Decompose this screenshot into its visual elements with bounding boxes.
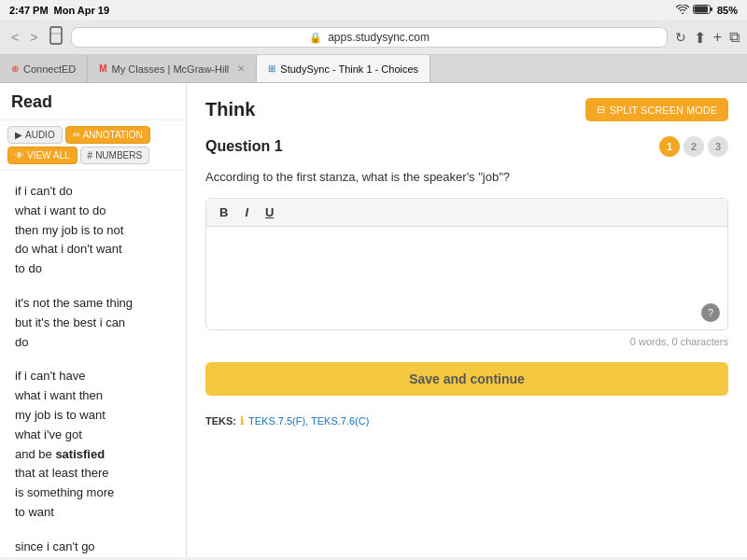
poem-line: but it's the best i can: [15, 314, 171, 333]
poem-line: that at least there: [15, 464, 171, 483]
poem-line: to want: [15, 503, 171, 523]
svg-rect-1: [710, 7, 712, 11]
svg-rect-2: [694, 7, 708, 13]
eye-icon: 👁: [15, 150, 24, 161]
numbers-icon: #: [88, 150, 93, 161]
poem-line: do what i don't want: [15, 240, 171, 259]
audio-icon: ▶: [15, 130, 22, 140]
tab-label-connected: ConnectED: [23, 63, 76, 75]
bookmark-button[interactable]: [49, 26, 63, 49]
reload-button[interactable]: ↻: [675, 30, 686, 45]
question-label: Question 1: [205, 138, 283, 155]
left-header: Read: [0, 83, 186, 120]
tab-close-mcgrawhill[interactable]: ✕: [237, 63, 245, 74]
browser-chrome: < > 🔒 apps.studysync.com ↻ ⬆ + ⧉: [0, 21, 747, 55]
word-count: 0 words, 0 characters: [205, 336, 728, 347]
question-num-1[interactable]: 1: [659, 136, 680, 157]
bold-button[interactable]: B: [216, 204, 232, 220]
poem-stanza-2: it's not the same thing but it's the bes…: [15, 294, 171, 352]
pencil-icon: ✏: [73, 130, 80, 140]
question-num-2[interactable]: 2: [684, 136, 704, 157]
time: 2:47 PM: [9, 5, 49, 16]
poem-line: is something more: [15, 483, 171, 503]
forward-button[interactable]: >: [26, 28, 41, 47]
read-title: Read: [11, 92, 175, 112]
address-bar[interactable]: 🔒 apps.studysync.com: [71, 27, 667, 48]
right-panel: Think ⊟ SPLIT SCREEN MODE Question 1 1 2…: [187, 83, 747, 557]
tabs-button[interactable]: ⧉: [729, 29, 740, 47]
browser-actions: ⬆ + ⧉: [694, 29, 740, 47]
poem-line: then my job is to not: [15, 221, 171, 241]
poem-line: it's not the same thing: [15, 294, 171, 314]
editor-area: B I U ?: [205, 198, 728, 330]
poem-line: since i can't go: [15, 538, 171, 557]
lock-icon: 🔒: [309, 32, 322, 44]
question-num-3[interactable]: 3: [708, 136, 728, 157]
poem-line: to do: [15, 259, 171, 279]
tabs-bar: ⊕ ConnectED M My Classes | McGraw-Hill ✕…: [0, 55, 747, 83]
content-area: Read ▶ AUDIO ✏ ANNOTATION 👁 VIEW ALL # N…: [0, 83, 747, 557]
poem-line: if i can't have: [15, 367, 171, 386]
status-bar: 2:47 PM Mon Apr 19 85%: [0, 0, 747, 21]
underline-button[interactable]: U: [261, 204, 277, 220]
poem-line: what i've got: [15, 426, 171, 445]
teks-icon: ℹ: [240, 414, 245, 427]
save-continue-button[interactable]: Save and continue: [205, 362, 728, 396]
url-text: apps.studysync.com: [328, 31, 430, 44]
teks-label: TEKS:: [205, 415, 236, 427]
battery-percent: 85%: [717, 5, 738, 16]
editor-toolbar: B I U: [206, 199, 727, 227]
teks-line: TEKS: ℹ TEKS.7.5(F), TEKS.7.6(C): [205, 414, 728, 427]
new-tab-button[interactable]: +: [713, 29, 722, 47]
tab-icon-mcgrawhill: M: [99, 63, 106, 74]
status-left: 2:47 PM Mon Apr 19: [9, 5, 109, 16]
back-button[interactable]: <: [7, 28, 22, 47]
tab-connected[interactable]: ⊕ ConnectED: [0, 55, 88, 82]
left-panel: Read ▶ AUDIO ✏ ANNOTATION 👁 VIEW ALL # N…: [0, 83, 187, 557]
tab-icon-connected: ⊕: [11, 63, 19, 74]
question-numbers: 1 2 3: [659, 136, 728, 157]
poem-line: if i can't do: [15, 182, 171, 202]
battery-icon: [693, 4, 713, 17]
tab-label-studysync: StudySync - Think 1 - Choices: [280, 63, 418, 75]
poem-line: and be satisfied: [15, 445, 171, 465]
poem-line: what i want then: [15, 386, 171, 406]
tab-label-mcgrawhill: My Classes | McGraw-Hill: [112, 63, 230, 75]
date: Mon Apr 19: [54, 5, 110, 16]
split-screen-button[interactable]: ⊟ SPLIT SCREEN MODE: [585, 98, 728, 121]
right-header: Think ⊟ SPLIT SCREEN MODE: [205, 98, 728, 121]
poem-stanza-1: if i can't do what i want to do then my …: [15, 182, 171, 279]
italic-button[interactable]: I: [241, 204, 252, 220]
wifi-icon: [676, 5, 689, 16]
annotation-button[interactable]: ✏ ANNOTATION: [65, 126, 150, 144]
tab-mcgrawhill[interactable]: M My Classes | McGraw-Hill ✕: [88, 55, 257, 82]
poem-line: what i want to do: [15, 202, 171, 221]
status-right: 85%: [676, 4, 738, 17]
tab-studysync[interactable]: ⊞ StudySync - Think 1 - Choices: [257, 55, 430, 82]
poem-area: if i can't do what i want to do then my …: [0, 171, 186, 557]
poem-line: do: [15, 333, 171, 353]
bold-satisfied: satisfied: [55, 447, 105, 461]
question-text: According to the first stanza, what is t…: [205, 168, 728, 187]
poem-stanza-3: if i can't have what i want then my job …: [15, 367, 171, 522]
think-title: Think: [205, 99, 255, 120]
tab-icon-studysync: ⊞: [268, 63, 275, 74]
teks-links[interactable]: TEKS.7.5(F), TEKS.7.6(C): [248, 415, 369, 427]
nav-buttons: < >: [7, 28, 41, 47]
audio-button[interactable]: ▶ AUDIO: [7, 126, 63, 144]
split-icon: ⊟: [597, 104, 605, 116]
numbers-button[interactable]: # NUMBERS: [80, 147, 150, 164]
poem-line: my job is to want: [15, 406, 171, 426]
question-header: Question 1 1 2 3: [205, 136, 728, 157]
share-button[interactable]: ⬆: [694, 29, 706, 47]
viewall-button[interactable]: 👁 VIEW ALL: [7, 147, 78, 164]
editor-body[interactable]: ?: [206, 227, 727, 329]
poem-stanza-4: since i can't go where i need to go then…: [15, 538, 171, 557]
help-button[interactable]: ?: [701, 303, 720, 322]
svg-rect-3: [50, 27, 62, 44]
